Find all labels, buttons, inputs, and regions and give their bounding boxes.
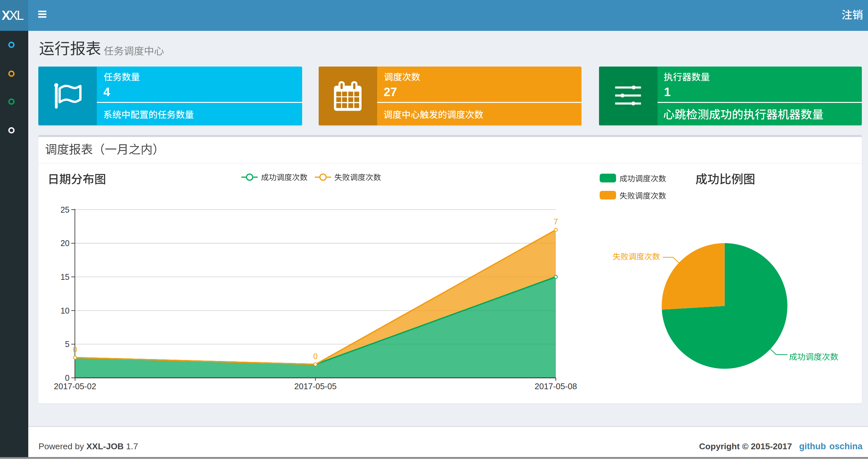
svg-text:20: 20 (60, 238, 69, 248)
svg-text:4: 4 (103, 86, 110, 99)
svg-text:0: 0 (73, 345, 77, 354)
svg-text:7: 7 (554, 217, 558, 226)
svg-text:2017-05-05: 2017-05-05 (294, 382, 337, 391)
svg-text:Powered by XXL-JOB 1.7: Powered by XXL-JOB 1.7 (39, 441, 138, 451)
svg-text:27: 27 (384, 86, 397, 99)
svg-text:Copyright © 2015-2017: Copyright © 2015-2017 (699, 441, 792, 451)
svg-text:1: 1 (664, 86, 671, 99)
svg-text:15: 15 (60, 272, 69, 282)
svg-text:0: 0 (313, 352, 317, 361)
svg-text:0: 0 (65, 373, 69, 383)
svg-text:2017-05-02: 2017-05-02 (54, 382, 96, 391)
svg-text:oschina: oschina (829, 441, 863, 451)
svg-text:5: 5 (65, 339, 69, 349)
svg-text:XXL: XXL (2, 8, 23, 23)
svg-text:github: github (799, 441, 826, 451)
svg-text:2017-05-08: 2017-05-08 (535, 382, 577, 391)
svg-text:10: 10 (60, 306, 69, 315)
svg-text:25: 25 (60, 205, 69, 214)
